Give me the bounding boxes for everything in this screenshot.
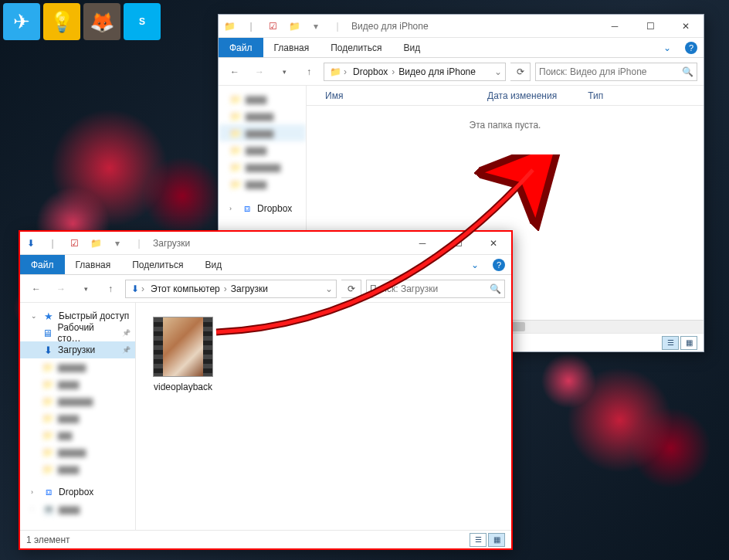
- nav-item-blurred[interactable]: 📁▆▆: [20, 426, 135, 443]
- ribbon: Файл Главная Поделиться Вид ⌄ ?: [219, 38, 704, 58]
- breadcrumb-seg[interactable]: Dropbox: [351, 66, 390, 77]
- folder-icon: 📁: [330, 66, 341, 77]
- close-button[interactable]: ✕: [476, 232, 511, 255]
- nav-item-blurred[interactable]: 📁▆▆▆: [219, 141, 306, 158]
- ribbon-tab-view[interactable]: Вид: [194, 255, 232, 274]
- nav-forward-button[interactable]: →: [249, 62, 270, 82]
- lightbulb-icon[interactable]: 💡: [43, 3, 80, 40]
- ribbon-tab-file[interactable]: Файл: [219, 38, 263, 57]
- nav-item-downloads[interactable]: ⬇Загрузки: [20, 341, 135, 358]
- nav-item-blurred[interactable]: 📁▆▆▆▆: [219, 107, 306, 124]
- chevron-down-icon[interactable]: ⌄: [325, 283, 333, 294]
- nav-item-blurred[interactable]: 📁▆▆▆: [20, 409, 135, 426]
- file-item-video[interactable]: videoplayback: [150, 317, 216, 392]
- content-pane[interactable]: videoplayback: [136, 303, 511, 530]
- view-details-button[interactable]: ☰: [470, 533, 487, 547]
- qa-check-icon[interactable]: ☑: [262, 21, 283, 32]
- search-input[interactable]: [539, 66, 679, 77]
- qa-sep2: |: [327, 21, 348, 32]
- ribbon-expand-icon[interactable]: ⌄: [463, 255, 487, 274]
- gimp-icon[interactable]: 🦊: [83, 3, 120, 40]
- nav-back-button[interactable]: ←: [26, 279, 46, 299]
- view-icons-button[interactable]: ▦: [680, 336, 697, 350]
- qa-sep2: |: [128, 238, 150, 249]
- qa-separator: |: [240, 21, 262, 32]
- nav-recent-button[interactable]: ▾: [274, 62, 294, 82]
- view-details-button[interactable]: ☰: [662, 336, 679, 350]
- search-input[interactable]: [370, 283, 487, 294]
- skype-icon[interactable]: S: [124, 3, 161, 40]
- ribbon-tab-share[interactable]: Поделиться: [121, 255, 194, 274]
- breadcrumb[interactable]: ⬇› Этот компьютер› Загрузки ⌄: [125, 280, 337, 298]
- titlebar[interactable]: ⬇ | ☑ 📁 ▾ | Загрузки ─ ☐ ✕: [20, 232, 511, 255]
- nav-item-dropbox[interactable]: ›⧈Dropbox: [219, 200, 306, 217]
- folder-icon: 📁: [219, 21, 240, 32]
- nav-item-blurred[interactable]: ›💻▆▆▆: [20, 501, 135, 518]
- nav-item-blurred[interactable]: 📁▆▆▆▆▆: [20, 392, 135, 409]
- nav-back-button[interactable]: ←: [225, 62, 245, 82]
- ribbon-tab-file[interactable]: Файл: [20, 255, 65, 274]
- maximize-button[interactable]: ☐: [632, 15, 668, 38]
- ribbon-tab-share[interactable]: Поделиться: [320, 38, 392, 57]
- nav-up-button[interactable]: ↑: [100, 279, 120, 299]
- column-headers[interactable]: Имя Дата изменения Тип: [307, 86, 704, 106]
- qa-folder-icon[interactable]: 📁: [85, 238, 107, 249]
- minimize-button[interactable]: ─: [405, 232, 440, 255]
- search-icon[interactable]: 🔍: [487, 283, 501, 294]
- breadcrumb[interactable]: 📁› Dropbox› Видео для iPhone ⌄: [324, 63, 506, 81]
- nav-item-blurred[interactable]: 📁▆▆▆: [219, 90, 306, 107]
- status-bar: 1 элемент ☰ ▦: [20, 530, 511, 548]
- ribbon-tab-home[interactable]: Главная: [65, 255, 122, 274]
- nav-item-blurred[interactable]: 📁▆▆▆: [219, 175, 306, 192]
- nav-item-desktop[interactable]: 🖥Рабочий сто…: [20, 324, 135, 341]
- search-box[interactable]: 🔍: [535, 63, 697, 81]
- refresh-button[interactable]: ⟳: [510, 63, 531, 81]
- nav-item-blurred[interactable]: 📁▆▆▆▆: [20, 358, 135, 375]
- ribbon-expand-icon[interactable]: ⌄: [656, 38, 679, 57]
- ribbon-tab-home[interactable]: Главная: [263, 38, 320, 57]
- desktop-icon: 🖥: [42, 328, 54, 339]
- help-icon[interactable]: ?: [493, 259, 505, 271]
- help-icon[interactable]: ?: [685, 42, 697, 54]
- nav-forward-button[interactable]: →: [51, 279, 71, 299]
- col-name[interactable]: Имя: [325, 90, 487, 101]
- nav-up-button[interactable]: ↑: [299, 62, 319, 82]
- navigation-pane[interactable]: ⌄★Быстрый доступ 🖥Рабочий сто… ⬇Загрузки…: [20, 303, 136, 530]
- titlebar[interactable]: 📁 | ☑ 📁 ▾ | Видео для iPhone ─ ☐ ✕: [219, 15, 704, 38]
- qa-separator: |: [42, 238, 63, 249]
- nav-item-blurred[interactable]: 📁▆▆▆: [20, 460, 135, 477]
- taskbar: ✈ 💡 🦊 S: [0, 0, 164, 43]
- col-date[interactable]: Дата изменения: [487, 90, 588, 101]
- qa-overflow-icon[interactable]: ▾: [107, 238, 128, 249]
- nav-recent-button[interactable]: ▾: [76, 279, 96, 299]
- col-type[interactable]: Тип: [588, 90, 634, 101]
- qa-folder-icon[interactable]: 📁: [283, 21, 305, 32]
- nav-label: Рабочий сто…: [58, 322, 118, 344]
- qa-check-icon[interactable]: ☑: [63, 238, 85, 249]
- breadcrumb-seg[interactable]: Этот компьютер: [148, 283, 222, 294]
- telegram-icon[interactable]: ✈: [3, 3, 40, 40]
- status-text: 1 элемент: [26, 535, 70, 545]
- nav-item-blurred[interactable]: 📁▆▆▆▆: [20, 443, 135, 460]
- ribbon-tab-view[interactable]: Вид: [392, 38, 431, 57]
- breadcrumb-seg[interactable]: Видео для iPhone: [396, 66, 478, 77]
- nav-item-dropbox[interactable]: ›⧈Dropbox: [20, 484, 135, 501]
- qa-overflow-icon[interactable]: ▾: [305, 21, 327, 32]
- nav-item-blurred[interactable]: 📁▆▆▆▆: [219, 124, 306, 141]
- search-box[interactable]: 🔍: [366, 280, 505, 298]
- breadcrumb-seg[interactable]: Загрузки: [229, 283, 270, 294]
- maximize-button[interactable]: ☐: [440, 232, 476, 255]
- close-button[interactable]: ✕: [668, 15, 704, 38]
- nav-item-blurred[interactable]: 📁▆▆▆: [20, 375, 135, 392]
- search-icon[interactable]: 🔍: [679, 66, 693, 77]
- chevron-down-icon[interactable]: ⌄: [494, 66, 502, 77]
- view-icons-button[interactable]: ▦: [488, 533, 505, 547]
- nav-label: Dropbox: [59, 487, 93, 497]
- nav-label: Dropbox: [257, 203, 292, 214]
- address-bar: ← → ▾ ↑ 📁› Dropbox› Видео для iPhone ⌄ ⟳…: [219, 58, 704, 86]
- minimize-button[interactable]: ─: [597, 15, 632, 38]
- downloads-icon: ⬇: [20, 238, 42, 249]
- nav-item-blurred[interactable]: 📁▆▆▆▆▆: [219, 158, 306, 175]
- refresh-button[interactable]: ⟳: [341, 280, 361, 298]
- nav-label: Быстрый доступ: [59, 311, 129, 321]
